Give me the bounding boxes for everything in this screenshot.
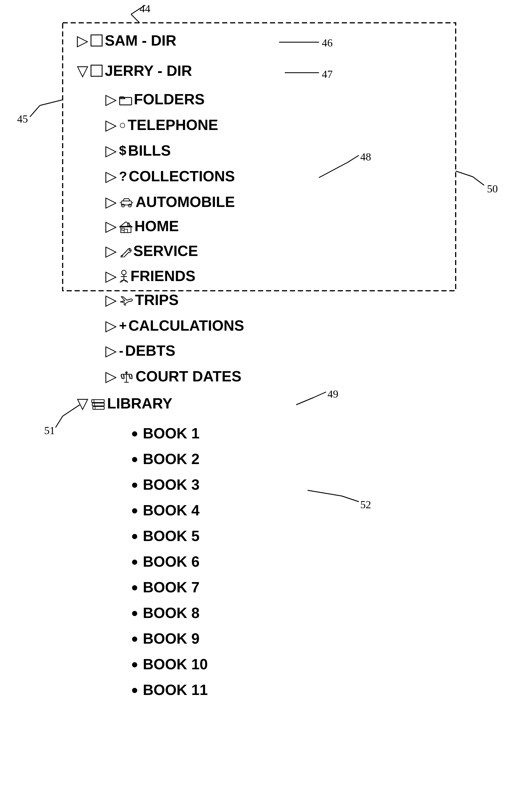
collections-label: COLLECTIONS	[129, 168, 235, 185]
home-arrow: ▷	[106, 218, 117, 235]
book-11-bullet: ●	[131, 683, 138, 697]
friends-icon	[119, 269, 129, 283]
book-4-bullet: ●	[131, 503, 138, 517]
collections-item: ▷ ? COLLECTIONS	[106, 168, 235, 185]
service-label: SERVICE	[133, 242, 198, 259]
svg-line-9	[319, 162, 347, 178]
automobile-arrow: ▷	[106, 193, 117, 211]
book-6-item: ● BOOK 6	[131, 553, 200, 570]
book-4-label: BOOK 4	[143, 502, 200, 519]
ref-48: 48	[360, 150, 371, 163]
book-10-item: ● BOOK 10	[131, 656, 208, 673]
jerry-dir-arrow: ▽	[77, 62, 88, 79]
diagram-container: 44 45 46 47 48 50 49 51 52 ▷ SAM - DIR ▽…	[0, 0, 532, 799]
sam-dir-label: SAM - DIR	[105, 32, 176, 49]
book-5-label: BOOK 5	[143, 527, 200, 544]
service-icon	[119, 244, 132, 258]
folders-arrow: ▷	[106, 91, 117, 108]
collections-arrow: ▷	[106, 168, 117, 185]
svg-rect-44	[92, 400, 104, 402]
svg-rect-27	[124, 229, 128, 233]
svg-line-17	[308, 490, 342, 496]
book-9-item: ● BOOK 9	[131, 630, 200, 647]
svg-line-40	[129, 374, 130, 379]
court-dates-icon	[119, 369, 134, 383]
folders-item: ▷ FOLDERS	[106, 91, 205, 108]
svg-point-30	[121, 255, 123, 257]
svg-rect-46	[93, 406, 104, 409]
jerry-dir-item: ▽ JERRY - DIR	[77, 62, 192, 79]
book-6-label: BOOK 6	[143, 553, 200, 570]
calculations-item: ▷ + CALCULATIONS	[106, 317, 244, 334]
calculations-arrow: ▷	[106, 317, 117, 334]
book-1-bullet: ●	[131, 426, 138, 440]
svg-line-38	[121, 374, 122, 379]
home-item: ▷ HOME	[106, 218, 179, 235]
book-6-bullet: ●	[131, 555, 138, 568]
folders-label: FOLDERS	[134, 91, 205, 108]
friends-arrow: ▷	[106, 267, 117, 285]
book-3-label: BOOK 3	[143, 476, 200, 493]
book-7-bullet: ●	[131, 580, 138, 594]
trips-icon	[119, 293, 133, 307]
book-4-item: ● BOOK 4	[131, 502, 200, 519]
book-8-item: ● BOOK 8	[131, 604, 200, 621]
debts-item: ▷ - DEBTS	[106, 342, 175, 359]
home-label: HOME	[134, 218, 179, 235]
ref-47: 47	[322, 68, 332, 80]
svg-line-10	[347, 156, 359, 162]
svg-line-41	[131, 374, 132, 379]
court-dates-item: ▷ COURT DATES	[106, 368, 242, 385]
trips-arrow: ▷	[106, 291, 117, 308]
library-arrow: ▽	[77, 395, 88, 412]
book-5-bullet: ●	[131, 529, 138, 543]
ref-52: 52	[360, 498, 371, 511]
court-dates-label: COURT DATES	[136, 368, 242, 385]
svg-point-22	[129, 204, 131, 207]
jerry-dir-label: JERRY - DIR	[105, 62, 192, 79]
svg-line-8	[30, 106, 40, 117]
sam-dir-icon	[91, 35, 102, 47]
book-2-bullet: ●	[131, 452, 138, 466]
bills-icon: $	[119, 143, 127, 158]
book-8-bullet: ●	[131, 606, 138, 620]
folders-icon	[119, 93, 132, 106]
friends-label: FRIENDS	[130, 267, 195, 285]
bills-arrow: ▷	[106, 142, 117, 159]
sam-dir-arrow: ▷	[77, 32, 88, 49]
ref-50: 50	[487, 182, 498, 195]
service-item: ▷ SERVICE	[106, 242, 198, 259]
book-1-label: BOOK 1	[143, 425, 200, 442]
ref-45: 45	[17, 113, 28, 125]
telephone-item: ▷ ○ TELEPHONE	[106, 116, 218, 133]
calculations-label: CALCULATIONS	[129, 317, 244, 334]
collections-icon: ?	[119, 168, 127, 184]
svg-line-12	[473, 177, 484, 185]
court-dates-arrow: ▷	[106, 368, 117, 385]
bills-label: BILLS	[128, 142, 171, 159]
bills-item: ▷ $ BILLS	[106, 142, 171, 159]
library-icon	[91, 396, 106, 411]
svg-rect-45	[92, 403, 104, 406]
svg-line-39	[123, 374, 124, 379]
svg-line-11	[456, 171, 473, 177]
book-10-bullet: ●	[131, 657, 138, 671]
svg-point-21	[121, 204, 125, 207]
svg-line-1	[131, 14, 139, 23]
telephone-arrow: ▷	[106, 116, 117, 133]
book-11-item: ● BOOK 11	[131, 681, 208, 698]
ref-46: 46	[322, 36, 332, 49]
book-2-label: BOOK 2	[143, 450, 200, 468]
svg-line-13	[296, 398, 313, 405]
book-10-label: BOOK 10	[143, 656, 208, 673]
svg-line-18	[342, 496, 359, 502]
svg-rect-29	[122, 228, 124, 230]
debts-arrow: ▷	[106, 342, 117, 359]
telephone-label: TELEPHONE	[128, 116, 218, 133]
automobile-item: ▷ AUTOMOBILE	[106, 193, 235, 211]
friends-item: ▷ FRIENDS	[106, 267, 195, 285]
book-5-item: ● BOOK 5	[131, 527, 200, 544]
svg-rect-28	[128, 223, 129, 226]
book-9-bullet: ●	[131, 632, 138, 646]
book-1-item: ● BOOK 1	[131, 425, 200, 442]
